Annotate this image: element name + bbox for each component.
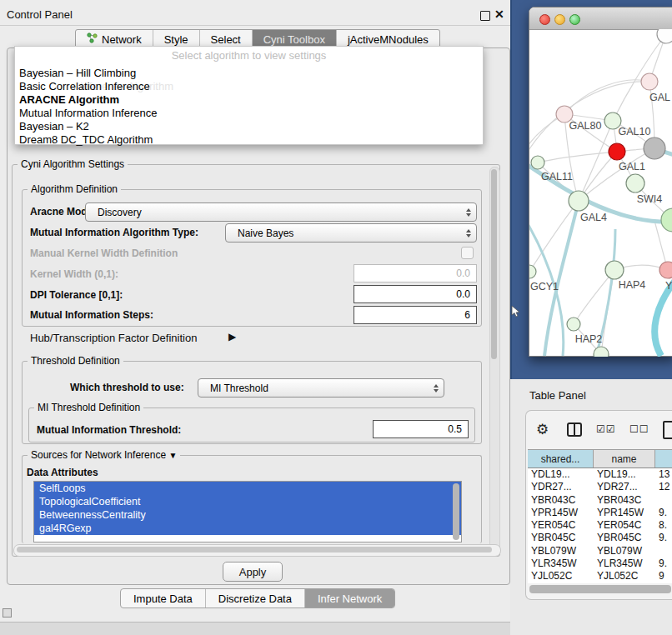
gear-icon[interactable]: ⚙ xyxy=(536,421,549,438)
node-label: GAL4 xyxy=(580,212,607,223)
list-item[interactable]: TopologicalCoefficient xyxy=(34,495,461,508)
mi-steps-input[interactable]: 6 xyxy=(354,306,477,324)
table-row[interactable]: YER054C YER054C 8. xyxy=(528,519,672,532)
float-panel-icon[interactable] xyxy=(480,11,490,21)
mini-panel-icon[interactable] xyxy=(3,608,12,618)
control-panel-title: Control Panel xyxy=(7,8,73,21)
table-row[interactable]: YLR345W YLR345W 9. xyxy=(528,558,672,570)
manual-kernel-width-label: Manual Kernel Width Definition xyxy=(30,248,178,259)
close-button[interactable] xyxy=(539,14,550,25)
tab-discretize-data[interactable]: Discretize Data xyxy=(206,589,305,608)
mi-threshold-group-title: MI Threshold Definition xyxy=(34,402,143,413)
stepper-arrows-icon xyxy=(466,229,471,238)
table-row[interactable]: YJL052C YJL052C 9 xyxy=(528,570,672,582)
mi-steps-label: Mutual Information Steps: xyxy=(30,309,153,321)
menu-item[interactable]: Dream8 DC_TDC Algorithm xyxy=(19,133,153,146)
table-row[interactable]: YDR27... YDR27... 12 xyxy=(528,481,672,493)
node-label: GAL11 xyxy=(541,171,573,182)
mi-algorithm-type-value: Naive Bayes xyxy=(238,228,293,239)
collapse-arrow-icon[interactable]: ▼ xyxy=(168,451,177,460)
list-item[interactable]: SelfLoops xyxy=(34,482,461,495)
kernel-width-input[interactable]: 0.0 xyxy=(354,264,477,282)
tab-style-label: Style xyxy=(164,33,188,46)
mi-threshold-input[interactable]: 0.5 xyxy=(373,420,469,438)
node-gal11 xyxy=(531,156,544,169)
menu-item[interactable]: Basic Correlation Inference xyxy=(19,80,150,92)
column-header-partial[interactable] xyxy=(655,450,672,468)
settings-vertical-scrollbar[interactable] xyxy=(489,167,500,550)
unselect-all-columns-icon[interactable]: ☐☐ xyxy=(629,423,649,435)
aracne-mode-value: Discovery xyxy=(98,207,142,218)
network-window-titlebar[interactable] xyxy=(529,8,672,30)
zoom-button[interactable] xyxy=(569,14,580,25)
columns-icon[interactable] xyxy=(567,422,582,437)
table-row[interactable]: YPR145W YPR145W 9. xyxy=(528,507,672,519)
mi-threshold-label: Mutual Information Threshold: xyxy=(37,424,181,436)
settings-vertical-scrollbar-thumb[interactable] xyxy=(491,169,497,359)
algorithm-definition-title: Algorithm Definition xyxy=(28,183,121,195)
close-icon[interactable]: ✕ xyxy=(494,8,504,21)
node-attribute-table[interactable]: shared... name YDL19... YDL19... 13 YDR2… xyxy=(528,449,672,583)
node-label: GAL80 xyxy=(569,120,602,132)
mi-algorithm-type-label: Mutual Information Algorithm Type: xyxy=(30,227,198,238)
column-header-shared-name[interactable]: shared... xyxy=(528,450,594,468)
cyni-algorithm-settings-title: Cyni Algorithm Settings xyxy=(18,158,128,170)
table-row[interactable]: YBR045C YBR045C 9. xyxy=(528,532,672,544)
algorithm-dropdown-popup: Inference Algorithm Select algorithm to … xyxy=(14,46,484,145)
list-vertical-scrollbar-thumb[interactable] xyxy=(453,483,459,540)
which-threshold-label: Which threshold to use: xyxy=(70,382,184,393)
which-threshold-value: MI Threshold xyxy=(210,382,268,394)
mi-algorithm-type-select[interactable]: Naive Bayes xyxy=(225,223,477,242)
table-row[interactable]: YBR043C YBR043C xyxy=(528,494,672,507)
table-row[interactable]: YBL079W YBL079W xyxy=(528,545,672,558)
settings-horizontal-scrollbar-thumb[interactable] xyxy=(17,547,492,552)
menu-item-highlighted[interactable]: ARACNE Algorithm xyxy=(19,93,119,106)
data-attributes-list[interactable]: SelfLoops TopologicalCoefficient Between… xyxy=(33,481,462,542)
select-all-columns-icon[interactable]: ☑☑ xyxy=(596,423,616,435)
table-horizontal-scrollbar-thumb[interactable] xyxy=(529,585,671,593)
node-label: GAL xyxy=(649,92,670,103)
menu-item[interactable]: Mutual Information Inference xyxy=(19,107,157,119)
column-header-name[interactable]: name xyxy=(594,450,655,468)
expand-arrow-icon[interactable]: ▶ xyxy=(228,331,236,342)
settings-horizontal-scrollbar[interactable] xyxy=(13,544,501,557)
list-item[interactable]: BetweennessCentrality xyxy=(34,508,461,522)
menu-item[interactable]: Bayesian – Hill Climbing xyxy=(19,67,136,79)
algorithm-popup-placeholder: Select algorithm to view settings xyxy=(15,49,483,62)
node-label: GAL10 xyxy=(619,126,651,138)
manual-kernel-width-checkbox[interactable] xyxy=(461,247,474,259)
stepper-arrows-icon xyxy=(434,384,439,392)
apply-button[interactable]: Apply xyxy=(223,562,283,582)
data-attributes-label: Data Attributes xyxy=(27,467,98,478)
node-label: Y xyxy=(665,280,672,292)
tab-network-label: Network xyxy=(102,33,142,46)
tab-infer-network[interactable]: Infer Network xyxy=(305,589,394,608)
table-row[interactable]: YDL19... YDL19... 13 xyxy=(528,468,672,481)
network-graph-canvas[interactable]: GAL GAL80 GAL10 GAL1 GAL11 GAL4 SWI4 GCY… xyxy=(529,29,672,357)
node-hap2 xyxy=(567,318,580,331)
node-label: GCY1 xyxy=(530,281,559,292)
hub-section-label[interactable]: Hub/Transcription Factor Definition xyxy=(30,332,197,344)
tab-cyni-toolbox-label: Cyni Toolbox xyxy=(263,33,325,46)
minimize-button[interactable] xyxy=(554,14,565,25)
node-selected-red xyxy=(609,143,625,160)
node xyxy=(657,29,672,43)
list-item[interactable]: gal4RGexp xyxy=(34,522,461,535)
document-icon[interactable] xyxy=(663,421,672,439)
network-view-window[interactable]: GAL GAL80 GAL10 GAL1 GAL11 GAL4 SWI4 GCY… xyxy=(529,7,672,357)
aracne-mode-select[interactable]: Discovery xyxy=(85,202,477,222)
node-hap4 xyxy=(605,261,624,279)
sources-group-title: Sources for Network Inference ▼ xyxy=(28,449,180,461)
menu-item[interactable]: Bayesian – K2 xyxy=(19,120,89,132)
stepper-arrows-icon xyxy=(466,208,471,217)
network-icon xyxy=(87,32,98,46)
tab-impute-data[interactable]: Impute Data xyxy=(121,589,206,608)
table-panel-body: ⚙ ☑☑ ☐☐ shared... name YDL19... YDL19...… xyxy=(525,410,672,600)
mouse-cursor xyxy=(511,306,520,318)
node-gal-partial xyxy=(641,73,658,90)
node-label: HAP2 xyxy=(575,333,603,345)
which-threshold-select[interactable]: MI Threshold xyxy=(198,378,444,398)
node-gcy1 xyxy=(529,265,536,278)
dpi-tolerance-input[interactable]: 0.0 xyxy=(354,285,477,303)
network-desktop-area: GAL GAL80 GAL10 GAL1 GAL11 GAL4 SWI4 GCY… xyxy=(510,0,672,379)
